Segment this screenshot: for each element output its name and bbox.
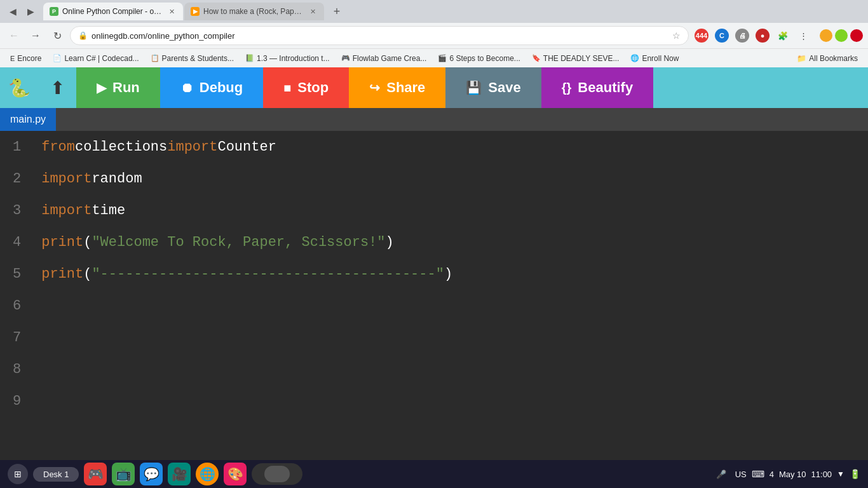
browser-menu[interactable]: ⋮ (794, 27, 812, 44)
taskbar-keyboard-num: 4 (770, 470, 774, 479)
run-icon: ▶ (97, 80, 106, 95)
taskbar-lang: US (735, 470, 747, 479)
debug-button[interactable]: ⏺ Debug (160, 67, 263, 108)
beautify-icon: {} (562, 81, 572, 95)
spotlight-inner (264, 466, 290, 482)
tab-1-python-compiler[interactable]: P Online Python Compiler - onlin... ✕ (43, 3, 183, 20)
code-line-7 (41, 322, 868, 353)
code-line-5: print("---------------------------------… (41, 258, 868, 290)
line-number-8: 8 (13, 353, 29, 385)
ide-toolbar: 🐍 ⬆ ▶ Run ⏺ Debug ■ Stop ↪ Share 💾 Save … (0, 67, 868, 108)
code-line-6 (41, 290, 868, 322)
bookmark-deadly-label: THE DEADLY SEVE... (543, 54, 620, 63)
taskbar: ⊞ Desk 1 🎮 📺 💬 🎥 🌐 🎨 🎤 US ⌨ 4 May 10 11:… (0, 460, 868, 488)
bookmark-intro-icon: 📗 (245, 54, 254, 62)
taskbar-mic-button[interactable]: 🎤 (712, 465, 730, 483)
extension-c[interactable]: C (713, 27, 731, 44)
ext-printer-icon: 🖨 (735, 29, 749, 43)
stop-icon: ■ (283, 81, 291, 95)
line-number-6: 6 (13, 290, 29, 322)
extension-puzzle[interactable]: 🧩 (774, 27, 792, 44)
extension-444[interactable]: 444 (693, 27, 710, 44)
taskbar-app-chrome[interactable]: 🌐 (196, 463, 219, 485)
window-minimize[interactable] (820, 29, 832, 42)
save-button[interactable]: 💾 Save (445, 67, 541, 108)
bookmark-6steps[interactable]: 🎬 6 Steps to Become... (433, 53, 525, 64)
ext-puzzle-icon: 🧩 (778, 31, 788, 41)
line-number-1: 1 (13, 131, 29, 163)
extension-red[interactable]: ● (754, 27, 771, 44)
run-button[interactable]: ▶ Run (76, 67, 160, 108)
bookmark-flowlab[interactable]: 🎮 Flowlab Game Crea... (336, 53, 432, 64)
bookmark-parents-icon: 📋 (151, 54, 159, 62)
ide-logo-area: 🐍 (0, 67, 38, 108)
share-icon: ↪ (369, 80, 380, 95)
stop-label: Stop (297, 79, 329, 96)
run-label: Run (112, 79, 140, 96)
taskbar-app-games[interactable]: 🎮 (84, 463, 107, 485)
bookmark-star-icon[interactable]: ☆ (672, 30, 681, 41)
tab-2-rps[interactable]: ▶ How to make a (Rock, Paper, S... ✕ (184, 3, 324, 20)
window-close[interactable] (850, 29, 863, 42)
tab-nav-back[interactable]: ◀ (5, 4, 20, 19)
code-editor[interactable]: 123456789 from collections import Counte… (0, 131, 868, 417)
browser-toolbar-icons: 444 C 🖨 ● 🧩 ⋮ (693, 27, 863, 44)
lock-icon: 🔒 (78, 31, 88, 40)
beautify-button[interactable]: {} Beautify (541, 67, 653, 108)
bookmark-csharp[interactable]: 📄 Learn C# | Codecad... (48, 53, 144, 64)
bookmarks-folder-all[interactable]: 📁 All Bookmarks (792, 53, 863, 64)
tab-1-close[interactable]: ✕ (166, 6, 177, 17)
share-button[interactable]: ↪ Share (349, 67, 445, 108)
forward-button[interactable]: → (27, 27, 44, 44)
tab-2-close[interactable]: ✕ (308, 6, 318, 17)
ext-444-icon: 444 (695, 29, 709, 43)
bookmark-encore[interactable]: E Encore (5, 53, 46, 64)
bookmarks-bar: E Encore 📄 Learn C# | Codecad... 📋 Paren… (0, 48, 868, 67)
tab-1-favicon: P (50, 7, 58, 16)
code-line-9 (41, 385, 868, 417)
bookmark-enroll[interactable]: 🌐 Enroll Now (625, 53, 684, 64)
bookmark-deadly[interactable]: 🔖 THE DEADLY SEVE... (527, 53, 625, 64)
extension-printer[interactable]: 🖨 (733, 27, 751, 44)
code-line-8 (41, 353, 868, 385)
back-button[interactable]: ← (5, 27, 23, 44)
file-tab-main-py[interactable]: main.py (0, 108, 56, 131)
bookmark-parents-label: Parents & Students... (162, 54, 234, 63)
tab-nav-forward[interactable]: ▶ (23, 4, 38, 19)
bookmark-intro[interactable]: 📗 1.3 — Introduction t... (240, 53, 335, 64)
address-bar[interactable]: 🔒 onlinegdb.com/online_python_compiler ☆ (70, 26, 689, 45)
taskbar-date: May 10 (779, 470, 806, 479)
taskbar-time: 11:00 (811, 470, 832, 479)
taskbar-app-tv[interactable]: 📺 (112, 463, 135, 485)
taskbar-home-button[interactable]: ⊞ (8, 464, 28, 484)
taskbar-app-video[interactable]: 🎥 (168, 463, 191, 485)
taskbar-keyboard-icon: ⌨ (752, 469, 764, 479)
tab-nav-buttons: ◀ ▶ (5, 4, 38, 19)
new-tab-button[interactable]: + (328, 3, 346, 20)
bookmark-parents[interactable]: 📋 Parents & Students... (146, 53, 239, 64)
line-number-3: 3 (13, 194, 29, 226)
code-lines: from collections import Counterimport ra… (41, 131, 868, 417)
refresh-button[interactable]: ↻ (48, 27, 66, 44)
taskbar-battery-icon: 🔋 (850, 469, 860, 479)
tab-2-favicon: ▶ (191, 7, 200, 16)
upload-button[interactable]: ⬆ (38, 67, 76, 108)
window-maximize[interactable] (835, 29, 848, 42)
taskbar-app-art[interactable]: 🎨 (224, 463, 247, 485)
bookmark-intro-label: 1.3 — Introduction t... (257, 54, 330, 63)
tab-1-title: Online Python Compiler - onlin... (62, 7, 163, 16)
code-line-4: print("Welcome To Rock, Paper, Scissors!… (41, 226, 868, 258)
taskbar-desk[interactable]: Desk 1 (33, 467, 79, 482)
taskbar-app-chat[interactable]: 💬 (140, 463, 163, 485)
line-number-4: 4 (13, 226, 29, 258)
address-text: onlinegdb.com/online_python_compiler (92, 31, 668, 41)
taskbar-spotlight[interactable] (252, 463, 302, 485)
ide-logo-icon: 🐍 (8, 78, 31, 98)
bookmarks-folder-label: All Bookmarks (809, 54, 858, 63)
stop-button[interactable]: ■ Stop (263, 67, 349, 108)
browser-chrome: ◀ ▶ P Online Python Compiler - onlin... … (0, 0, 868, 67)
address-bar-row: ← → ↻ 🔒 onlinegdb.com/online_python_comp… (0, 23, 868, 48)
save-icon: 💾 (466, 80, 482, 95)
bookmark-deadly-icon: 🔖 (532, 54, 541, 62)
debug-label: Debug (200, 79, 243, 96)
